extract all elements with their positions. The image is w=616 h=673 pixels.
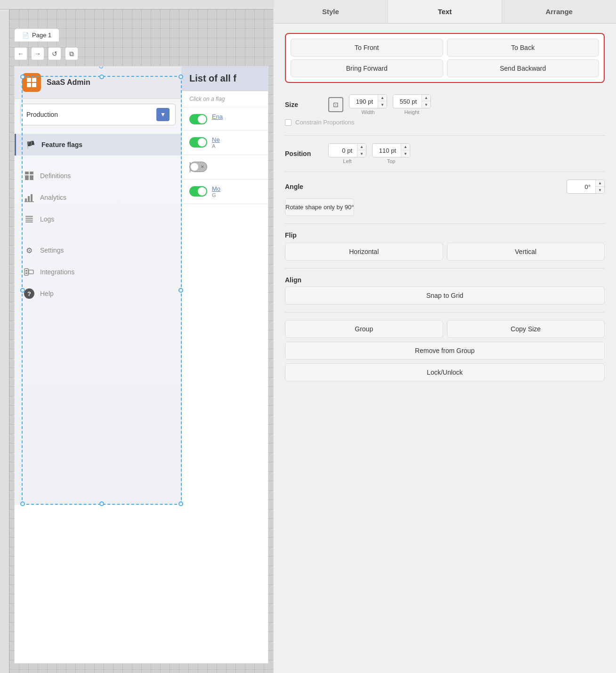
sidebar-nav: 🏴 Feature flags bbox=[15, 130, 181, 308]
height-up-button[interactable]: ▲ bbox=[422, 95, 430, 101]
remove-from-group-button[interactable]: Remove from Group bbox=[285, 342, 605, 360]
flip-vertical-button[interactable]: Vertical bbox=[447, 243, 605, 261]
group-row: Group Copy Size bbox=[285, 320, 605, 338]
tab-style[interactable]: Style bbox=[274, 0, 388, 23]
left-up-button[interactable]: ▲ bbox=[357, 144, 366, 150]
flip-horizontal-button[interactable]: Horizontal bbox=[285, 243, 443, 261]
order-row-1: To Front To Back bbox=[291, 39, 599, 57]
svg-rect-4 bbox=[25, 172, 29, 174]
width-group: 190 pt ▲ ▼ Width bbox=[349, 94, 387, 115]
nav-label-settings: Settings bbox=[40, 246, 64, 254]
page-tab[interactable]: 📄 Page 1 bbox=[14, 28, 59, 41]
constrain-checkbox[interactable] bbox=[285, 119, 292, 126]
nav-feature-flags[interactable]: 🏴 Feature flags bbox=[15, 134, 181, 156]
env-arrow-icon: ▼ bbox=[156, 108, 170, 121]
forward-button[interactable]: → bbox=[31, 47, 44, 60]
settings-icon: ⚙ bbox=[24, 245, 34, 255]
size-label: Size bbox=[285, 101, 323, 108]
divider-1 bbox=[285, 135, 605, 136]
right-panel: Style Text Arrange To Front To Back Brin… bbox=[273, 0, 616, 673]
redo-button[interactable]: ↺ bbox=[48, 47, 61, 60]
divider-2 bbox=[285, 172, 605, 172]
svg-rect-17 bbox=[25, 222, 33, 222]
svg-rect-15 bbox=[25, 218, 33, 219]
flag-sub: G bbox=[212, 192, 260, 198]
copy-size-button[interactable]: Copy Size bbox=[447, 320, 605, 338]
tab-arrange[interactable]: Arrange bbox=[502, 0, 616, 23]
rotate-shape-button[interactable]: Rotate shape only by 90° bbox=[285, 198, 354, 216]
snap-to-grid-button[interactable]: Snap to Grid bbox=[285, 287, 605, 304]
flag-icon: 🏴 bbox=[25, 140, 36, 150]
left-label: Left bbox=[343, 158, 351, 164]
env-label: Production bbox=[26, 111, 58, 118]
position-row: Position 0 pt ▲ ▼ Left 110 pt bbox=[285, 143, 605, 164]
svg-rect-18 bbox=[24, 269, 28, 275]
toggle-off[interactable] bbox=[189, 162, 207, 172]
svg-rect-11 bbox=[28, 196, 30, 202]
nav-integrations[interactable]: Integrations bbox=[15, 261, 181, 283]
svg-rect-3 bbox=[32, 83, 36, 87]
tab-text[interactable]: Text bbox=[388, 0, 503, 23]
flag-sub: A bbox=[212, 143, 260, 149]
nav-settings[interactable]: ⚙ Settings bbox=[15, 239, 181, 261]
group-button[interactable]: Group bbox=[285, 320, 443, 338]
svg-rect-8 bbox=[25, 178, 29, 180]
angle-down-button[interactable]: ▼ bbox=[596, 187, 604, 193]
ruler-top bbox=[0, 0, 273, 9]
order-row-2: Bring Forward Send Backward bbox=[291, 59, 599, 77]
left-group: 0 pt ▲ ▼ Left bbox=[328, 143, 366, 164]
nav-analytics[interactable]: Analytics bbox=[15, 187, 181, 208]
svg-rect-14 bbox=[25, 216, 33, 217]
nav-label-integrations: Integrations bbox=[40, 268, 74, 276]
to-front-button[interactable]: To Front bbox=[291, 39, 443, 57]
nav-definitions[interactable]: Definitions bbox=[15, 165, 181, 187]
width-input-wrap: 190 pt ▲ ▼ bbox=[349, 94, 387, 108]
left-value: 0 pt bbox=[329, 144, 357, 157]
lock-unlock-button[interactable]: Lock/Unlock bbox=[285, 363, 605, 381]
position-label: Position bbox=[285, 150, 323, 157]
left-spinners: ▲ ▼ bbox=[357, 144, 366, 157]
height-down-button[interactable]: ▼ bbox=[422, 101, 430, 108]
top-spinners: ▲ ▼ bbox=[401, 144, 410, 157]
flag-name: Ne bbox=[212, 136, 260, 143]
main-content-mockup: List of all f Click on a flag Ena bbox=[182, 66, 268, 663]
top-up-button[interactable]: ▲ bbox=[401, 144, 410, 150]
angle-input-col: 0° ▲ ▼ bbox=[567, 180, 605, 194]
size-row: Size ⊡ 190 pt ▲ ▼ Width 5 bbox=[285, 94, 605, 115]
width-up-button[interactable]: ▲ bbox=[378, 95, 387, 101]
toggle-on[interactable] bbox=[189, 137, 207, 148]
to-back-button[interactable]: To Back bbox=[447, 39, 600, 57]
divider-4 bbox=[285, 268, 605, 269]
width-spinners: ▲ ▼ bbox=[378, 95, 387, 108]
nav-logs[interactable]: Logs bbox=[15, 208, 181, 230]
flag-item: Mo G bbox=[182, 180, 268, 204]
width-down-button[interactable]: ▼ bbox=[378, 101, 387, 108]
height-group: 550 pt ▲ ▼ Height bbox=[393, 94, 431, 115]
toggle-on[interactable] bbox=[189, 114, 207, 124]
constrain-row: Constrain Proportions bbox=[285, 119, 605, 126]
align-label: Align bbox=[285, 276, 605, 284]
flag-text: Ne A bbox=[212, 136, 260, 149]
copy-button[interactable]: ⧉ bbox=[65, 47, 78, 60]
toggle-on[interactable] bbox=[189, 186, 207, 197]
top-down-button[interactable]: ▼ bbox=[401, 150, 410, 157]
toggle-knob bbox=[198, 138, 206, 147]
order-group: To Front To Back Bring Forward Send Back… bbox=[285, 33, 605, 83]
width-label: Width bbox=[361, 109, 374, 115]
back-button[interactable]: ← bbox=[14, 47, 27, 60]
nav-label-logs: Logs bbox=[40, 215, 54, 223]
canvas-area: 📄 Page 1 ← → ↺ ⧉ bbox=[0, 0, 273, 673]
angle-up-button[interactable]: ▲ bbox=[596, 180, 604, 187]
flag-item: Ne A bbox=[182, 131, 268, 155]
angle-label: Angle bbox=[285, 183, 323, 190]
size-icon: ⊡ bbox=[328, 97, 343, 112]
nav-help[interactable]: ? Help bbox=[15, 283, 181, 304]
env-dropdown[interactable]: Production ▼ bbox=[20, 104, 176, 125]
left-down-button[interactable]: ▼ bbox=[357, 150, 366, 157]
send-backward-button[interactable]: Send Backward bbox=[447, 59, 600, 77]
bring-forward-button[interactable]: Bring Forward bbox=[291, 59, 443, 77]
left-input-col: 0 pt ▲ ▼ Left bbox=[328, 143, 366, 164]
nav-label-definitions: Definitions bbox=[40, 172, 71, 180]
svg-rect-16 bbox=[25, 220, 33, 221]
svg-rect-6 bbox=[25, 175, 29, 178]
